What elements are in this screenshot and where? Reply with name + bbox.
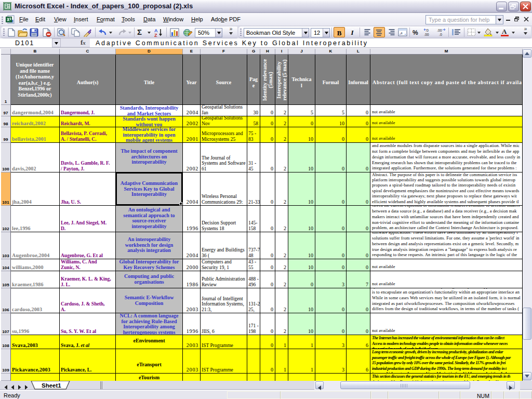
svg-text:.0: .0 (439, 33, 442, 36)
svg-text:.00: .00 (424, 33, 429, 36)
svg-text:Z: Z (154, 33, 157, 37)
svg-text:.0: .0 (425, 29, 429, 32)
svg-text:.00: .00 (437, 29, 442, 32)
svg-text:Sheet1: Sheet1 (42, 382, 61, 389)
svg-text:a: a (401, 31, 403, 35)
